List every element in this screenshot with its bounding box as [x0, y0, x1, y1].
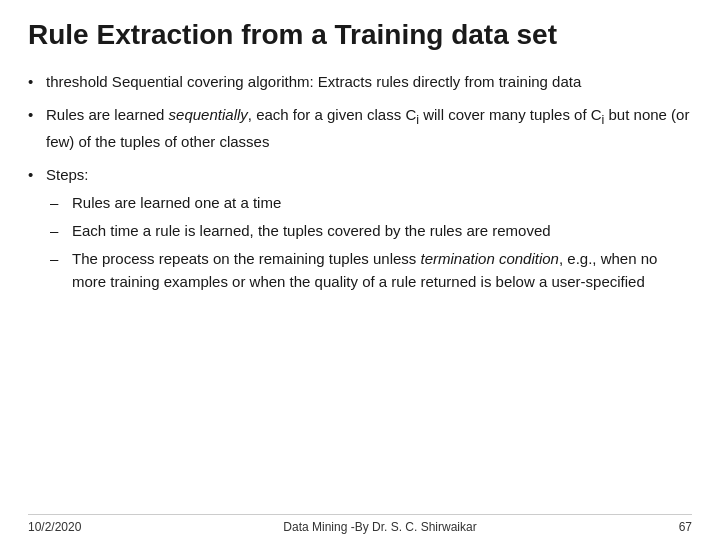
sub-bullets: – Rules are learned one at a time – Each… — [50, 191, 692, 294]
italic-sequentially: sequentially — [169, 106, 248, 123]
footer-page-number: 67 — [679, 520, 692, 534]
sub-bullet-3: – The process repeats on the remaining t… — [50, 247, 692, 294]
footer-date: 10/2/2020 — [28, 520, 81, 534]
bullet-text-2: Rules are learned sequentially, each for… — [46, 103, 692, 154]
sub-bullet-text-2: Each time a rule is learned, the tuples … — [72, 219, 692, 242]
bullet-dot-2: • — [28, 103, 46, 126]
slide-content: • threshold Sequential covering algorith… — [28, 70, 692, 514]
bullet-dot-3: • — [28, 163, 46, 186]
bullet-item-1: • threshold Sequential covering algorith… — [28, 70, 692, 93]
bullet-text-1: threshold Sequential covering algorithm:… — [46, 70, 692, 93]
sub-dash-3: – — [50, 247, 72, 270]
bullet-item-3: • Steps: – Rules are learned one at a ti… — [28, 163, 692, 298]
slide-container: Rule Extraction from a Training data set… — [0, 0, 720, 540]
slide-footer: 10/2/2020 Data Mining -By Dr. S. C. Shir… — [28, 514, 692, 540]
sub-dash-2: – — [50, 219, 72, 242]
bullet-text-3: Steps: – Rules are learned one at a time… — [46, 163, 692, 298]
steps-label: Steps: — [46, 166, 89, 183]
sub-bullet-text-3: The process repeats on the remaining tup… — [72, 247, 692, 294]
sub-dash-1: – — [50, 191, 72, 214]
slide-title: Rule Extraction from a Training data set — [28, 18, 692, 52]
sub-bullet-1: – Rules are learned one at a time — [50, 191, 692, 214]
sub-bullet-text-1: Rules are learned one at a time — [72, 191, 692, 214]
italic-termination: termination condition — [421, 250, 559, 267]
sub-bullet-2: – Each time a rule is learned, the tuple… — [50, 219, 692, 242]
bullet-item-2: • Rules are learned sequentially, each f… — [28, 103, 692, 154]
bullet-dot-1: • — [28, 70, 46, 93]
footer-center-text: Data Mining -By Dr. S. C. Shirwaikar — [81, 520, 678, 534]
